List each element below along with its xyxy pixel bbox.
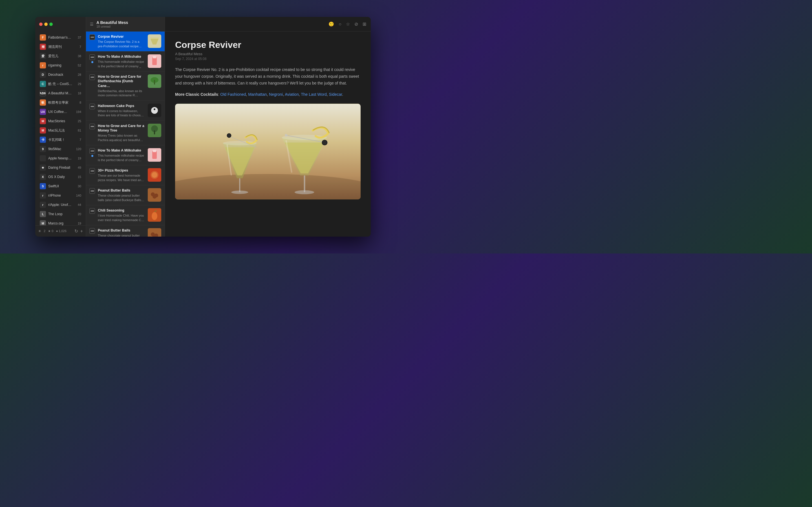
feed-item-thumbnail [148, 168, 161, 182]
sidebar-item-rgaming[interactable]: r r/gaming 52 [37, 61, 84, 70]
feed-item-icon-col: ABM [89, 34, 95, 40]
link-last-word[interactable]: The Last Word [301, 92, 327, 97]
feed-item-content: How To Make A Milkshake This homemade mi… [98, 54, 145, 68]
add-button[interactable]: + [80, 229, 83, 234]
close-button[interactable] [39, 22, 43, 26]
link-aviation[interactable]: Aviation [285, 92, 299, 97]
feed-item-peanut1[interactable]: ABM Peanut Butter Balls These chocolate … [86, 185, 165, 205]
sidebar-item-9to5mac[interactable]: 9 9to5Mac 120 [37, 145, 84, 154]
sidebar-item-kabang[interactable]: 卡 卡瓦邦噶！ 7 [37, 135, 84, 144]
article-date: Sep 7, 2024 at 05:08 [175, 57, 361, 61]
sidebar-item-mac1024[interactable]: M Mac玩儿法 81 [37, 126, 84, 135]
feed-item-thumbnail [148, 74, 161, 88]
feed-item-content: How to Grow and Care for a Money Tree Mo… [98, 124, 145, 142]
sidebar-item-name: Apple Newsр… [48, 156, 75, 160]
link-manhattan[interactable]: Manhattan [248, 92, 267, 97]
link-sidecar[interactable]: Sidecar [329, 92, 342, 97]
feed-item-icon-col: ABM [89, 208, 95, 214]
sidebar-item-rapple[interactable]: r r/Apple: Unof… 44 [37, 200, 84, 209]
article-links-section: More Classic Cocktails: Old Fashioned, M… [175, 91, 361, 98]
sidebar-avatar: 爱 [40, 53, 46, 59]
sidebar-avatar: r [40, 62, 46, 68]
circle-icon[interactable]: ○ [339, 22, 342, 27]
link-old-fashioned[interactable]: Old Fashioned [220, 92, 246, 97]
article-content-area[interactable]: Corpse Reviver A Beautiful Mess Sep 7, 2… [165, 32, 371, 237]
feed-items-list: ABM Corpse Reviver The Corpse Reviver No… [86, 32, 165, 237]
feed-item-desc: Dieffenbachia, also known as its more co… [98, 89, 145, 98]
sidebar-item-count: 52 [78, 64, 81, 67]
sidebar-item-count: 25 [78, 119, 81, 123]
sidebar-item-daringfireball[interactable]: ★ Daring Fireball 49 [37, 163, 84, 172]
feed-item-dieffenbachia[interactable]: ABM How to Grow and Care for Dieffenbach… [86, 71, 165, 101]
feed-item-milkshake2[interactable]: ABM How To Make A Milkshake This homemad… [86, 145, 165, 165]
grid-icon[interactable]: ⊞ [363, 21, 366, 27]
sidebar-item-applenews[interactable]: Apple Newsр… 19 [37, 154, 84, 163]
sidebar-footer: ☀ 2 ★ 0 ● 1,026 ↻ + [35, 225, 86, 237]
sidebar-item-macstories[interactable]: M MacStories 25 [37, 117, 84, 126]
feed-item-title: Chili Seasoning [98, 208, 145, 213]
feed-item-desc: When it comes to Halloween, there are lo… [98, 109, 145, 118]
sidebar-avatar: M [40, 220, 46, 225]
svg-rect-35 [239, 178, 240, 192]
feed-item-moneytree[interactable]: ABM How to Grow and Care for a Money Tre… [86, 121, 165, 145]
feed-item-halloween[interactable]: ABM Halloween Cake Pops When it comes to… [86, 101, 165, 121]
feed-item-source-avatar: ABM [89, 34, 95, 40]
feed-item-icon-col: ABM [89, 228, 95, 234]
minimize-button[interactable] [44, 22, 48, 26]
sidebar-item-fatbobman[interactable]: F Fatbobman's… 37 [37, 33, 84, 42]
sidebar-item-riphone[interactable]: r r/iPhone 140 [37, 191, 84, 200]
sidebar-avatar: UX [40, 109, 46, 115]
sidebar-avatar [40, 155, 46, 161]
sidebar-avatar: ABM [40, 90, 46, 96]
feed-list: ☰ A Beautiful Mess 18 unread ABM Corpse … [86, 17, 165, 237]
feed-item-thumbnail [148, 188, 161, 202]
sun-icon: ☀ [38, 229, 42, 233]
sidebar-toggle-icon[interactable]: ☰ [90, 22, 94, 26]
feed-item-source-avatar: ABM [89, 54, 95, 60]
svg-point-24 [153, 194, 156, 199]
sidebar-item-name: 卡瓦邦噶！ [48, 137, 77, 142]
feed-item-content: Corpse Reviver The Corpse Reviver No. 2 … [98, 34, 145, 48]
sidebar-list: F Fatbobman's… 37 潮 潮流周刊 7 爱 爱范儿 38 r r/… [35, 32, 86, 225]
feed-item-content: Halloween Cake Pops When it comes to Hal… [98, 104, 145, 118]
sidebar-item-count: 8 [80, 101, 81, 104]
sidebar-item-swiftui[interactable]: S SwiftUI 30 [37, 182, 84, 191]
star-icon[interactable]: ☆ [346, 21, 350, 27]
feed-item-source-avatar: ABM [89, 228, 95, 234]
sidebar-item-count: 30 [78, 184, 81, 188]
feed-item-pizza[interactable]: ABM 30+ Pizza Recipes These are our best… [86, 165, 165, 185]
svg-point-11 [154, 108, 155, 110]
feed-item-peanut2[interactable]: ABM Peanut Butter Balls These chocolate … [86, 225, 165, 237]
unread-indicator [91, 155, 93, 157]
sidebar-item-ruankao[interactable]: 軟 軟體考古學家 8 [37, 98, 84, 107]
sidebar-item-count: 19 [78, 222, 81, 225]
sidebar-item-chaoliu[interactable]: 潮 潮流周刊 7 [37, 42, 84, 51]
feed-item-thumbnail [148, 54, 161, 68]
sidebar-item-aifaner[interactable]: 爱 爱范儿 38 [37, 52, 84, 61]
traffic-lights [39, 22, 53, 26]
sidebar-item-name: A Beautiful M… [48, 91, 75, 95]
sidebar-item-osxdaily[interactable]: X OS X Daily 15 [37, 172, 84, 181]
link-negroni[interactable]: Negroni [269, 92, 283, 97]
sidebar-item-name: OS X Daily [48, 175, 75, 179]
feed-item-source-avatar: ABM [89, 188, 95, 194]
sidebar-item-decohack[interactable]: D Decohack 28 [37, 70, 84, 79]
sidebar-item-name: r/gaming [48, 63, 75, 67]
sidebar-item-count: 19 [78, 157, 81, 160]
sidebar-item-abeautiful[interactable]: ABM A Beautiful M… 18 [37, 89, 84, 98]
emoji-icon[interactable]: 🙂 [328, 21, 334, 27]
footer-stats: 2 ★ 0 ● 1,026 [44, 229, 72, 233]
sidebar-item-coolS[interactable]: C 酷 壳 – CoolS… 29 [37, 79, 84, 89]
svg-rect-4 [152, 57, 157, 65]
sidebar-item-uxcoffee[interactable]: UX UX Coffee… 194 [37, 107, 84, 116]
feed-title: A Beautiful Mess [96, 20, 161, 25]
feed-item-milkshake1[interactable]: ABM How To Make A Milkshake This homemad… [86, 52, 165, 71]
feed-item-corpse-reviver[interactable]: ABM Corpse Reviver The Corpse Reviver No… [86, 32, 165, 52]
sidebar-item-theloop[interactable]: L The Loop 20 [37, 210, 84, 219]
fullscreen-button[interactable] [49, 22, 53, 26]
feed-item-thumbnail [148, 228, 161, 237]
refresh-button[interactable]: ↻ [74, 228, 78, 234]
block-icon[interactable]: ⊘ [354, 21, 358, 27]
sidebar-item-marcoorg[interactable]: M Marco.org 19 [37, 219, 84, 225]
feed-item-chili[interactable]: ABM Chili Seasoning I love Homemade Chil… [86, 205, 165, 225]
